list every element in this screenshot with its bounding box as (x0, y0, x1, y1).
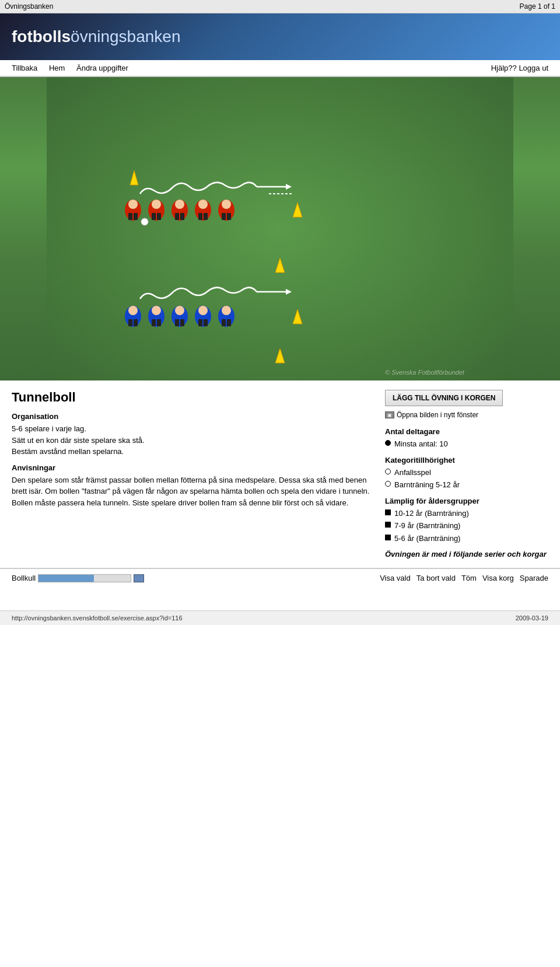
bullet-square-2 (385, 535, 391, 540)
svg-rect-29 (128, 319, 132, 326)
svg-rect-30 (134, 319, 138, 326)
antal-section: Antal deltagare Minsta antal: 10 (385, 427, 548, 450)
action-ta-bort-vald[interactable]: Ta bort vald (416, 574, 456, 582)
antal-heading: Antal deltagare (385, 427, 548, 436)
lamplig-label-0: 10-12 år (Barnträning) (394, 508, 469, 519)
minsta-antal-label: Minsta antal: 10 (394, 438, 448, 450)
svg-rect-42 (204, 319, 208, 326)
lamplig-item-1: 7-9 år (Barnträning) (385, 520, 548, 532)
nav-link-hem[interactable]: Hem (49, 64, 65, 72)
exercise-title: Tunnelboll (12, 390, 373, 405)
bullet-square-1 (385, 522, 391, 528)
content-area: Tunnelboll Organisation 5-6 spelare i va… (0, 380, 560, 568)
content-right: LÄGG TILL ÖVNING I KORGEN ▣ Öppna bilden… (385, 390, 548, 558)
action-sparade[interactable]: Sparade (520, 574, 548, 582)
svg-point-32 (152, 306, 161, 315)
kategori-item-1: Barnträning 5-12 år (385, 479, 548, 491)
add-to-basket-button[interactable]: LÄGG TILL ÖVNING I KORGEN (385, 390, 503, 406)
nav-link-logga-ut[interactable]: Logga ut (519, 64, 548, 72)
image-icon: ▣ (385, 411, 394, 418)
site-logo: fotbollsövningsbanken (12, 27, 180, 46)
lamplig-item-2: 5-6 år (Barnträning) (385, 533, 548, 544)
action-visa-korg[interactable]: Visa korg (482, 574, 514, 582)
nav-link-andra[interactable]: Ändra uppgifter (76, 64, 128, 72)
organisation-section: Organisation 5-6 spelare i varje lag.Sät… (12, 412, 373, 458)
svg-rect-10 (157, 213, 161, 220)
content-left: Tunnelboll Organisation 5-6 spelare i va… (12, 390, 373, 558)
kategori-label-1: Barnträning 5-12 år (394, 479, 460, 491)
svg-rect-5 (128, 213, 132, 220)
svg-rect-21 (222, 213, 226, 220)
nav-link-tillbaka[interactable]: Tillbaka (12, 64, 37, 72)
svg-text:© Svenska Fotbollförbundet: © Svenska Fotbollförbundet (385, 369, 465, 376)
lamplig-label-2: 5-6 år (Barnträning) (394, 533, 460, 544)
bullet-square-0 (385, 509, 391, 515)
page-footer: http://ovningsbanken.svenskfotboll.se/ex… (0, 610, 560, 625)
svg-rect-6 (134, 213, 138, 220)
svg-rect-0 (47, 77, 513, 380)
svg-rect-45 (222, 319, 226, 326)
kategori-heading: Kategoritillhörighet (385, 456, 548, 465)
svg-rect-9 (152, 213, 156, 220)
serie-text: Övningen är med i följande serier och ko… (385, 550, 548, 558)
svg-point-28 (128, 306, 138, 315)
footer-date: 2009-03-19 (516, 615, 548, 622)
svg-point-16 (198, 200, 208, 209)
action-tom[interactable]: Töm (461, 574, 477, 582)
nav-left: Tillbaka Hem Ändra uppgifter (12, 64, 138, 72)
page-title: Övningsbanken (5, 2, 53, 11)
svg-rect-13 (175, 213, 179, 220)
kategori-item-0: Anfallsspel (385, 467, 548, 479)
svg-point-4 (128, 200, 138, 209)
svg-point-44 (222, 306, 231, 315)
exercise-diagram: © Svenska Fotbollförbundet (0, 77, 560, 380)
bottom-bar-progress (38, 574, 131, 582)
exercise-image: © Svenska Fotbollförbundet (0, 77, 560, 380)
svg-point-20 (222, 200, 231, 209)
footer-url: http://ovningsbanken.svenskfotboll.se/ex… (12, 615, 183, 622)
lamplig-heading: Lämplig för åldersgrupper (385, 497, 548, 505)
kategori-label-0: Anfallsspel (394, 467, 431, 479)
svg-rect-34 (157, 319, 161, 326)
nav-right: Hjälp?? Logga ut (491, 64, 548, 72)
svg-rect-18 (204, 213, 208, 220)
bottom-bar: Bollkull Visa vald Ta bort vald Töm Visa… (0, 568, 560, 587)
action-visa-vald[interactable]: Visa vald (380, 574, 411, 582)
anvisningar-text: Den spelare som står främst passar bolle… (12, 474, 373, 509)
open-image-label: Öppna bilden i nytt fönster (397, 411, 478, 419)
svg-rect-37 (175, 319, 179, 326)
bottom-bar-progress-fill (38, 575, 94, 582)
bottom-bar-actions: Visa vald Ta bort vald Töm Visa korg Spa… (380, 574, 548, 582)
svg-rect-14 (180, 213, 184, 220)
svg-rect-22 (227, 213, 231, 220)
lamplig-item-0: 10-12 år (Barnträning) (385, 508, 548, 519)
minsta-antal-item: Minsta antal: 10 (385, 438, 548, 450)
organisation-heading: Organisation (12, 412, 373, 421)
svg-point-8 (152, 200, 161, 209)
svg-rect-17 (198, 213, 202, 220)
svg-point-36 (175, 306, 184, 315)
page-info: Page 1 of 1 (520, 2, 555, 11)
lamplig-section: Lämplig för åldersgrupper 10-12 år (Barn… (385, 497, 548, 544)
browser-bar: Övningsbanken Page 1 of 1 (0, 0, 560, 13)
svg-point-12 (175, 200, 184, 209)
svg-point-40 (198, 306, 208, 315)
bottom-bar-label: Bollkull (12, 574, 36, 582)
site-nav: Tillbaka Hem Ändra uppgifter Hjälp?? Log… (0, 60, 560, 76)
bullet-hollow-circle-0 (385, 469, 391, 474)
bullet-filled-circle (385, 440, 391, 446)
svg-rect-33 (152, 319, 156, 326)
bullet-hollow-circle-1 (385, 481, 391, 487)
svg-point-23 (141, 218, 148, 225)
svg-rect-46 (227, 319, 231, 326)
logo-bold: fotbolls (12, 27, 71, 46)
nav-link-hjalp[interactable]: Hjälp? (491, 64, 513, 72)
bottom-bar-icon (134, 574, 144, 582)
svg-rect-38 (180, 319, 184, 326)
open-image-link[interactable]: ▣ Öppna bilden i nytt fönster (385, 411, 548, 419)
lamplig-label-1: 7-9 år (Barnträning) (394, 520, 460, 532)
svg-rect-41 (198, 319, 202, 326)
anvisningar-section: Anvisningar Den spelare som står främst … (12, 463, 373, 509)
kategori-section: Kategoritillhörighet Anfallsspel Barnträ… (385, 456, 548, 491)
anvisningar-heading: Anvisningar (12, 463, 373, 472)
